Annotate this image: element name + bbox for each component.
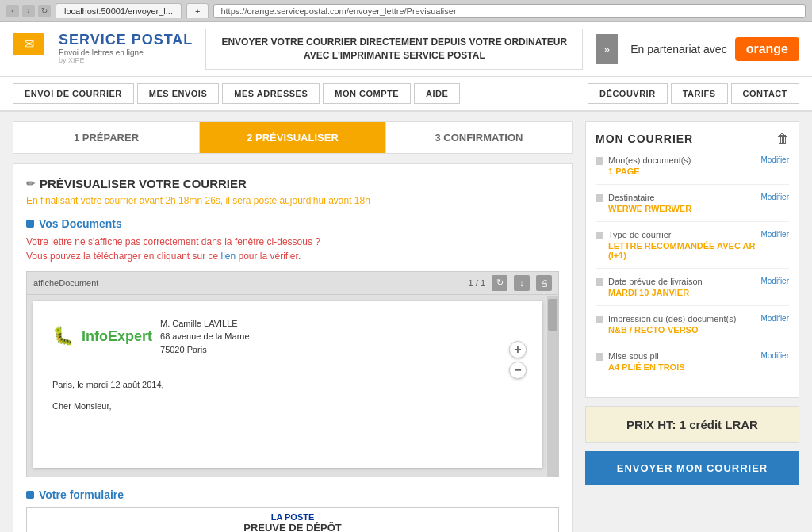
mc-row-documents: Mon(es) document(s) 1 PAGE Modifier <box>596 155 789 185</box>
main-navigation: ENVOI DE COURRIER MES ENVOIS MES ADRESSE… <box>0 77 812 112</box>
mc-dot <box>596 353 603 361</box>
step-confirmation[interactable]: 3 CONFIRMATION <box>386 122 572 153</box>
pdf-bug-icon: 🐛 <box>52 326 74 346</box>
mc-info: Mon(es) document(s) 1 PAGE <box>608 155 756 176</box>
pdf-content: 🐛 InfoExpert M. Camille LAVILLE 68 avenu… <box>33 301 542 468</box>
mc-value-mise-pli: A4 PLIÉ EN TROIS <box>608 362 756 372</box>
pdf-print-icon[interactable]: 🖨 <box>536 275 552 291</box>
nav-aide[interactable]: AIDE <box>414 83 460 104</box>
mc-value-destinataire: WERWE RWERWER <box>608 204 756 213</box>
nav-decouvrir[interactable]: DÉCOUVRIR <box>588 83 668 104</box>
logo-title: SERVICE POSTAL <box>59 33 193 48</box>
mc-row-type-courrier: Type de courrier LETTRE RECOMMANDÉE AVEC… <box>596 230 789 269</box>
mc-dot <box>596 157 603 165</box>
partner-label: En partenariat avec <box>630 43 726 55</box>
browser-tab[interactable]: localhost:50001/envoyer_l... <box>56 3 182 18</box>
zoom-out-button[interactable]: − <box>509 362 527 379</box>
pdf-logo-area: 🐛 InfoExpert M. Camille LAVILLE 68 avenu… <box>52 317 523 357</box>
mc-info: Destinataire WERWE RWERWER <box>608 193 756 213</box>
formulaire-preview: LA POSTE PREUVE DE DÉPÔT D'UNE LETTRE RE… <box>26 507 559 532</box>
mc-modifier-impression[interactable]: Modifier <box>760 314 789 323</box>
pdf-toolbar: afficheDocument 1 / 1 ↻ ↓ 🖨 <box>27 272 558 295</box>
back-button[interactable]: ‹ <box>6 5 19 17</box>
preview-section: ✏ PRÉVISUALISER VOTRE COURRIER En finali… <box>13 163 573 532</box>
pencil-icon: ✏ <box>26 178 35 189</box>
download-link[interactable]: lien <box>220 251 236 262</box>
mc-label-destinataire: Destinataire <box>608 193 756 202</box>
prix-box: PRIX HT: 1 crédit LRAR <box>585 406 799 443</box>
vos-docs-title: Vos Documents <box>26 217 559 230</box>
pdf-address-city: 75020 Paris <box>160 343 250 357</box>
mc-value-date: MARDI 10 JANVIER <box>608 288 756 297</box>
nav-tarifs[interactable]: TARIFS <box>671 83 728 104</box>
mc-modifier-date[interactable]: Modifier <box>760 277 789 285</box>
mon-courrier-title: MON COURRIER <box>596 132 693 145</box>
pdf-toolbar-label: afficheDocument <box>33 278 98 288</box>
mc-info: Type de courrier LETTRE RECOMMANDÉE AVEC… <box>608 230 756 260</box>
forward-button[interactable]: › <box>22 5 35 17</box>
mc-dot <box>596 316 603 323</box>
mc-value-impression: N&B / RECTO-VERSO <box>608 325 756 335</box>
orange-logo: orange <box>735 37 799 61</box>
mc-value-type: LETTRE RECOMMANDÉE AVEC AR (l+1) <box>608 241 756 260</box>
content-wrapper: 1 PRÉPARER 2 PRÉVISUALISER 3 CONFIRMATIO… <box>0 112 812 532</box>
partner-area: En partenariat avec orange <box>630 37 799 61</box>
pdf-scroll-thumb[interactable] <box>548 299 557 331</box>
trash-icon[interactable]: 🗑 <box>776 132 789 146</box>
time-notice: En finalisant votre courrier avant 2h 18… <box>26 195 559 206</box>
pdf-refresh-icon[interactable]: ↻ <box>492 275 508 291</box>
mc-row-mise-pli: Mise sous pli A4 PLIÉ EN TROIS Modifier <box>596 351 789 380</box>
pdf-letter: 🐛 InfoExpert M. Camille LAVILLE 68 avenu… <box>33 301 542 427</box>
step-preparer[interactable]: 1 PRÉPARER <box>13 122 200 153</box>
nav-right: DÉCOUVRIR TARIFS CONTACT <box>588 77 799 110</box>
mc-label-date: Date prévue de livraison <box>608 277 756 286</box>
nav-envoi-courrier[interactable]: ENVOI DE COURRIER <box>13 83 134 104</box>
site-header: SERVICE POSTAL Envoi de lettres en ligne… <box>0 22 812 77</box>
nav-mon-compte[interactable]: MON COMPTE <box>323 83 411 104</box>
pdf-page-indicator: 1 / 1 <box>469 278 485 288</box>
banner-arrow-button[interactable]: » <box>596 34 618 64</box>
logo[interactable]: SERVICE POSTAL Envoi de lettres en ligne… <box>13 33 193 65</box>
pdf-viewer: afficheDocument 1 / 1 ↻ ↓ 🖨 🐛 InfoExpert… <box>26 271 559 477</box>
pdf-scrollbar[interactable] <box>547 296 558 477</box>
mc-dot <box>596 232 603 239</box>
pdf-city-date: Paris, le mardi 12 août 2014, <box>52 380 523 389</box>
mc-modifier-type[interactable]: Modifier <box>760 230 789 239</box>
mc-dot <box>596 278 603 286</box>
new-tab-button[interactable]: + <box>186 3 209 18</box>
mc-label-mise-pli: Mise sous pli <box>608 351 756 361</box>
logo-xipe: by XIPE <box>59 57 193 65</box>
address-bar[interactable] <box>213 4 806 18</box>
send-button[interactable]: ENVOYER MON COURRIER <box>585 451 799 485</box>
logo-text: SERVICE POSTAL Envoi de lettres en ligne… <box>59 33 193 65</box>
mc-value-documents: 1 PAGE <box>608 166 756 176</box>
steps-bar: 1 PRÉPARER 2 PRÉVISUALISER 3 CONFIRMATIO… <box>13 121 573 154</box>
pdf-salutation: Cher Monsieur, <box>52 401 523 411</box>
nav-mes-adresses[interactable]: MES ADRESSES <box>222 83 320 104</box>
envelope-icon <box>13 33 44 55</box>
section-title: ✏ PRÉVISUALISER VOTRE COURRIER <box>26 177 559 190</box>
pdf-address-street: 68 avenue de la Marne <box>160 330 250 343</box>
refresh-button[interactable]: ↻ <box>38 5 51 17</box>
nav-left: ENVOI DE COURRIER MES ENVOIS MES ADRESSE… <box>13 77 574 110</box>
mc-label-impression: Impression du (des) document(s) <box>608 314 756 323</box>
formulaire-title-1: PREUVE DE DÉPÔT <box>213 522 373 532</box>
mc-info: Impression du (des) document(s) N&B / RE… <box>608 314 756 335</box>
browser-chrome: ‹ › ↻ localhost:50001/envoyer_l... + <box>0 0 812 22</box>
pdf-address-name: M. Camille LAVILLE <box>160 317 250 331</box>
nav-contact[interactable]: CONTACT <box>731 83 799 104</box>
mc-modifier-mise-pli[interactable]: Modifier <box>760 351 789 360</box>
right-panel: MON COURRIER 🗑 Mon(es) document(s) 1 PAG… <box>585 121 799 532</box>
nav-mes-envois[interactable]: MES ENVOIS <box>137 83 219 104</box>
step-previsualiser[interactable]: 2 PRÉVISUALISER <box>200 122 386 153</box>
pdf-address: M. Camille LAVILLE 68 avenue de la Marne… <box>160 317 250 357</box>
pdf-download-icon[interactable]: ↓ <box>514 275 530 291</box>
mc-modifier-destinataire[interactable]: Modifier <box>760 193 789 201</box>
mc-modifier-documents[interactable]: Modifier <box>760 155 789 164</box>
zoom-controls: + − <box>509 341 527 379</box>
docs-warning: Votre lettre ne s'affiche pas correcteme… <box>26 235 559 263</box>
banner-text: ENVOYER VOTRE COURRIER DIRECTEMENT DEPUI… <box>205 29 583 70</box>
mon-courrier-header: MON COURRIER 🗑 <box>596 132 789 146</box>
mc-row-destinataire: Destinataire WERWE RWERWER Modifier <box>596 193 789 222</box>
zoom-in-button[interactable]: + <box>509 341 527 358</box>
